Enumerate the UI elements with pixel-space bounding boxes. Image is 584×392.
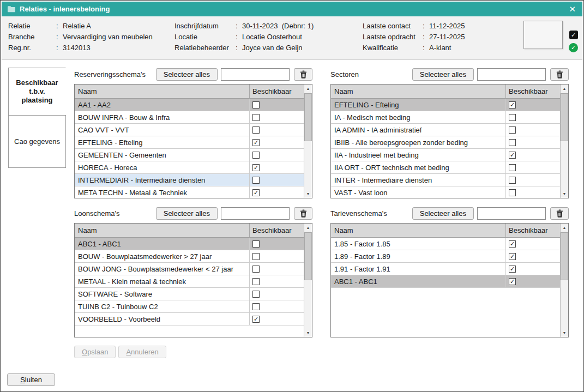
scrollbar-thumb[interactable] [561,93,568,141]
availability-checkbox[interactable]: ✓ [509,152,516,159]
scrollbar[interactable]: ▲▼ [304,224,312,337]
availability-checkbox[interactable] [252,266,260,273]
scroll-down-icon[interactable]: ▼ [304,190,312,198]
availability-checkbox[interactable] [509,177,516,184]
table-row[interactable]: AA1 - AA2 [75,99,304,111]
availability-checkbox[interactable] [252,101,260,108]
row-name: 1.91 - Factor 1.91 [331,263,505,275]
clear-filter-button[interactable] [294,207,312,220]
sidebar-tab-beschikbaar-tbv-plaatsing[interactable]: Beschikbaar t.b.v. plaatsing [8,68,66,116]
table-row[interactable]: IIA ORT - ORT technisch met beding [331,161,560,174]
availability-checkbox[interactable]: ✓ [509,240,516,248]
scroll-down-icon[interactable]: ▼ [561,329,568,337]
table-row[interactable]: BOUW - Bouwplaatsmedewerker > 27 jaar [75,250,304,263]
scrollbar[interactable]: ▲▼ [560,224,568,337]
table-row[interactable]: SOFTWARE - Software [75,288,304,300]
select-all-button[interactable]: Selecteer alles [156,68,218,81]
availability-checkbox[interactable] [509,139,516,146]
availability-checkbox[interactable] [509,189,516,196]
window-title: Relaties - inlenersbeloning [20,5,564,13]
table-row[interactable]: 1.85 - Factor 1.85✓ [331,238,560,250]
table-row[interactable]: 1.89 - Factor 1.89✓ [331,250,560,263]
select-all-button[interactable]: Selecteer alles [156,207,218,220]
availability-checkbox[interactable]: ✓ [509,278,516,285]
table-row[interactable]: EFTELING - Efteling✓ [331,99,560,111]
availability-checkbox[interactable]: ✓ [509,266,516,273]
availability-checkbox[interactable]: ✓ [252,139,260,146]
availability-checkbox[interactable] [509,164,516,171]
filter-input[interactable] [221,68,290,81]
availability-checkbox[interactable] [252,303,260,310]
clear-filter-button[interactable] [294,68,312,81]
scrollbar-thumb[interactable] [304,93,312,141]
availability-checkbox[interactable] [252,253,260,260]
filter-input[interactable] [477,68,546,81]
cancel-button[interactable]: Annuleren [118,346,166,358]
scrollbar-thumb[interactable] [304,232,312,280]
availability-checkbox[interactable]: ✓ [252,189,260,196]
green-check-circle-icon[interactable]: ✓ [569,43,578,52]
table-row[interactable]: HORECA - Horeca✓ [75,161,304,174]
table-row[interactable]: GEMEENTEN - Gemeenten [75,149,304,161]
table-content: NaamBeschikbaar1.85 - Factor 1.85✓1.89 -… [331,224,560,337]
scroll-down-icon[interactable]: ▼ [304,329,312,337]
row-name: BOUW INFRA - Bouw & Infra [75,111,249,123]
scroll-up-icon[interactable]: ▲ [561,85,568,93]
table-row[interactable]: IA - Medisch met beding [331,111,560,124]
availability-checkbox[interactable] [252,126,260,134]
close-window-button[interactable]: Sluiten [7,373,55,386]
panel-header: Tarievenschema'sSelecteer alles [330,207,569,220]
scroll-up-icon[interactable]: ▲ [304,224,312,232]
availability-checkbox[interactable] [252,291,260,298]
table-row[interactable]: CAO VVT - VVT [75,124,304,136]
table-row[interactable]: BOUW JONG - Bouwplaatsmedewerker < 27 ja… [75,263,304,275]
availability-checkbox[interactable]: ✓ [252,316,260,323]
table-row[interactable]: BOUW INFRA - Bouw & Infra [75,111,304,124]
table-row[interactable]: ABC1 - ABC1✓ [331,275,560,288]
scrollbar[interactable]: ▲▼ [560,85,568,198]
table-row[interactable]: VAST - Vast loon [331,186,560,198]
table-row[interactable]: INTER - Intermediaire diensten [331,174,560,186]
table-row[interactable]: 1.91 - Factor 1.91✓ [331,263,560,275]
scroll-down-icon[interactable]: ▼ [561,190,568,198]
availability-checkbox[interactable] [252,278,260,285]
availability-checkbox[interactable]: ✓ [509,101,516,108]
select-all-button[interactable]: Selecteer alles [412,68,474,81]
close-icon[interactable]: ✕ [568,5,577,13]
save-button[interactable]: Opslaan [74,346,116,358]
availability-checkbox[interactable]: ✓ [509,253,516,260]
scrollbar-thumb[interactable] [561,232,568,280]
table-row[interactable]: INTERMEDIAIR - Intermediaire diensten [75,174,304,186]
availability-checkbox[interactable] [252,152,260,159]
select-all-button[interactable]: Selecteer alles [412,207,474,220]
availability-checkbox[interactable]: ✓ [252,164,260,171]
table-row[interactable]: VOORBEELD - Voorbeeld✓ [75,313,304,325]
availability-checkbox[interactable] [252,177,260,184]
clear-filter-button[interactable] [550,207,569,220]
filter-input[interactable] [477,207,546,220]
table-row[interactable]: IBIIB - Alle beroepsgroepen zonder bedin… [331,136,560,149]
table-row[interactable]: TUINB C2 - Tuinbouw C2 [75,300,304,313]
table-row[interactable]: IIA - Industrieel met beding✓ [331,149,560,161]
table-row[interactable]: EFTELING - Efteling✓ [75,136,304,149]
table-row[interactable]: METAAL - Klein metaal & techniek [75,275,304,288]
sidebar-tabs: Beschikbaar t.b.v. plaatsingCao gegevens [8,68,66,390]
availability-checkbox[interactable] [252,240,260,248]
sidebar-tab-cao-gegevens[interactable]: Cao gegevens [8,115,66,168]
row-available-cell: ✓ [505,263,560,275]
scrollbar[interactable]: ▲▼ [304,85,312,198]
table-row[interactable]: IA ADMIN - IA administratief [331,124,560,136]
checkbox-checked-icon[interactable]: ✓ [569,31,578,39]
table-row[interactable]: ABC1 - ABC1 [75,238,304,250]
scroll-up-icon[interactable]: ▲ [561,224,568,232]
availability-checkbox[interactable] [252,114,260,121]
availability-checkbox[interactable] [509,114,516,121]
field-value: A-klant [429,43,451,53]
availability-checkbox[interactable] [509,126,516,134]
table-row[interactable]: META TECHN - Metaal & Techniek✓ [75,186,304,198]
image-placeholder [523,21,563,49]
row-available-cell [505,174,560,186]
scroll-up-icon[interactable]: ▲ [304,85,312,93]
clear-filter-button[interactable] [550,68,569,81]
filter-input[interactable] [221,207,290,220]
